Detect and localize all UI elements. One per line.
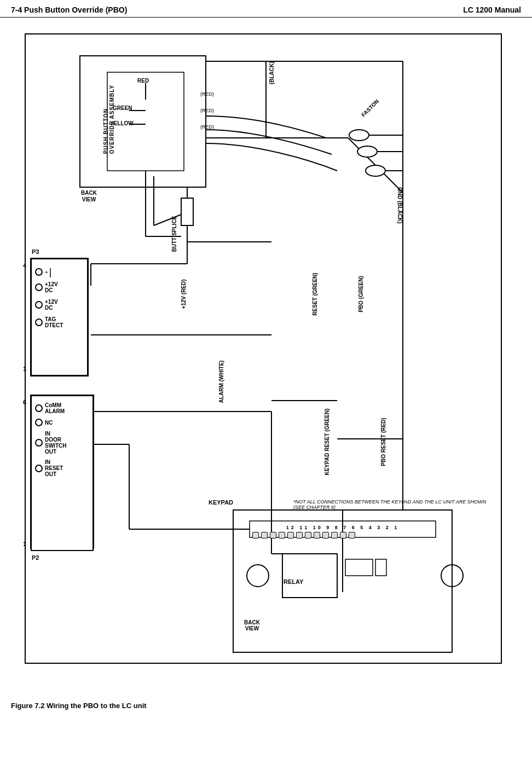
note-text: *NOT ALL CONNECTIONS BETWEEN THE KEYPAD … (293, 499, 496, 510)
keypad-reset-label: KEYPAD RESET (GREEN) (324, 408, 330, 475)
svg-rect-20 (375, 559, 386, 576)
keypad-pin-4 (322, 532, 329, 538)
page-header: 7-4 Push Button Override (PBO) LC 1200 M… (0, 0, 532, 18)
svg-line-24 (348, 138, 403, 193)
keypad-pin-11 (261, 532, 268, 538)
svg-rect-0 (25, 34, 501, 663)
p2-box: 6 CoMMALARM NC INDOORSWITCHOUT INRESETOU… (31, 395, 94, 551)
green-wire-label: GREEN (113, 105, 132, 111)
p2-pin6: 6 (23, 399, 26, 405)
svg-point-17 (247, 565, 269, 587)
keypad-pin-6 (305, 532, 311, 538)
figure-caption: Figure 7.2 Wiring the PBO to the LC unit (11, 702, 147, 710)
p2-terminal-2 (35, 419, 43, 426)
back-view-keypad: BACKVIEW (244, 619, 260, 631)
p2-label: P2 (32, 554, 39, 561)
gnd-black-label: GND (BLACK) (397, 187, 403, 224)
svg-rect-14 (233, 510, 452, 652)
p3-label: P3 (32, 248, 39, 255)
svg-point-44 (366, 165, 385, 176)
svg-rect-6 (181, 198, 193, 225)
p3-pin1: 1 (23, 366, 26, 372)
svg-point-42 (349, 130, 369, 141)
pbo-assembly-label: PUSH BUTTONOVERRIDE ASSEMBLY (103, 85, 115, 154)
keypad-pin-12 (252, 532, 259, 538)
alarm-white-label: ALARM (WHITE) (218, 361, 224, 403)
red-label-2: (RED) (200, 108, 214, 113)
yellow-wire-label: YELLOW (110, 120, 134, 126)
reset-green-label: RESET (GREEN) (312, 273, 318, 315)
p2-terminal-3 (35, 439, 43, 447)
plus12v-label: +12V (RED) (181, 279, 187, 309)
svg-rect-1 (80, 56, 206, 187)
p2-terminal-1 (35, 404, 43, 412)
svg-rect-16 (282, 554, 337, 598)
p3-terminal-4 (35, 318, 43, 326)
svg-point-18 (441, 565, 463, 587)
p2-terminal-4 (35, 465, 43, 472)
p3-terminal-2 (35, 283, 43, 291)
keypad-pin-2 (340, 532, 346, 538)
red-label-3: (RED) (200, 124, 214, 130)
p3-box: P3 4 + | +12VDC +12VDC (31, 258, 88, 376)
keypad-pin-3 (331, 532, 338, 538)
keypad-pin-5 (314, 532, 320, 538)
comm-alarm-label: CoMMALARM (45, 402, 65, 414)
black-wire-label: (BLACK) (269, 62, 275, 85)
p3-terminal-1 (35, 268, 43, 276)
p3-terminal-3 (35, 301, 43, 309)
header-right: LC 1200 Manual (463, 5, 521, 14)
keypad-pin-9 (279, 532, 285, 538)
relay-label: RELAY (284, 578, 303, 585)
red-label-1: (RED) (200, 91, 214, 97)
svg-point-43 (357, 146, 377, 157)
keypad-pin-10 (270, 532, 276, 538)
red-wire-label: RED (137, 78, 149, 84)
butt-splice-label: BUTT SPLICE (171, 216, 177, 252)
keypad-pin-8 (287, 532, 294, 538)
keypad-pin-7 (296, 532, 303, 538)
back-view-pbo-label: BACKVIEW (81, 190, 97, 203)
faston-label: FASTON (360, 98, 380, 118)
keypad-pin-1 (349, 532, 355, 538)
keypad-label: KEYPAD (209, 499, 233, 506)
pbo-green-label: PBO (GREEN) (358, 276, 364, 312)
pbo-reset-label: PBO RESET (RED) (380, 418, 386, 466)
p2-pin1: 1 (23, 541, 26, 547)
p3-pin4: 4 (23, 262, 26, 269)
page-footer: Figure 7.2 Wiring the PBO to the LC unit (0, 696, 532, 715)
header-left: 7-4 Push Button Override (PBO) (11, 5, 127, 14)
keypad-pin-numbers: 12 11 10 9 8 7 6 5 4 3 2 1 (250, 525, 436, 530)
svg-rect-19 (345, 559, 373, 576)
